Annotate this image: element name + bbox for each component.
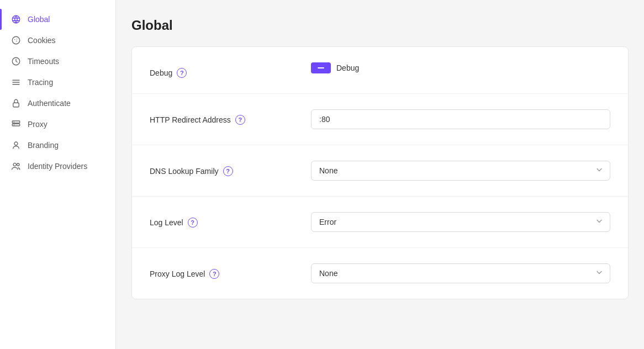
proxy-log-level-select-wrapper: None Error Debug Info Warn [311, 263, 610, 283]
checkbox-minus-icon [318, 67, 324, 69]
sidebar-item-label-cookies: Cookies [28, 36, 56, 45]
proxy-log-level-control: None Error Debug Info Warn [311, 263, 610, 283]
proxy-log-level-help-icon[interactable]: ? [209, 269, 219, 279]
svg-point-16 [17, 163, 20, 166]
user-icon [11, 161, 21, 171]
dns-lookup-control: None V4Only V6Only Auto [311, 161, 610, 181]
debug-label: Debug [150, 68, 172, 77]
log-level-label: Log Level [150, 218, 183, 227]
svg-point-4 [17, 39, 18, 40]
sidebar: Global Cookies Timeouts [0, 0, 116, 349]
http-redirect-row: HTTP Redirect Address ? [150, 109, 610, 129]
sidebar-item-proxy[interactable]: Proxy [0, 114, 115, 135]
proxy-log-level-row: Proxy Log Level ? None Error Debug Info … [150, 263, 610, 283]
debug-checkbox-area: Debug [311, 62, 610, 73]
dns-lookup-select[interactable]: None V4Only V6Only Auto [311, 161, 610, 181]
debug-control: Debug [311, 62, 610, 73]
svg-point-1 [12, 36, 20, 44]
debug-row: Debug ? Debug [150, 62, 610, 78]
log-level-select[interactable]: Error Debug Info Warn Fatal [311, 212, 610, 232]
svg-rect-11 [12, 124, 20, 126]
debug-label-area: Debug ? [150, 62, 293, 78]
sidebar-item-label-global: Global [28, 15, 50, 24]
sidebar-item-timeouts[interactable]: Timeouts [0, 51, 115, 72]
proxy-log-level-section: Proxy Log Level ? None Error Debug Info … [132, 248, 628, 299]
dns-lookup-row: DNS Lookup Family ? None V4Only V6Only A… [150, 161, 610, 181]
dns-lookup-select-wrapper: None V4Only V6Only Auto [311, 161, 610, 181]
dns-lookup-help-icon[interactable]: ? [223, 166, 233, 176]
http-redirect-input[interactable] [311, 109, 610, 129]
sidebar-item-global[interactable]: Global [0, 9, 115, 30]
main-content: Global Debug ? Debug [116, 0, 644, 349]
proxy-log-level-label: Proxy Log Level [150, 269, 205, 278]
log-level-label-area: Log Level ? [150, 212, 293, 228]
settings-card: Debug ? Debug HTTP Redirect Address [131, 46, 629, 299]
dns-lookup-label-area: DNS Lookup Family ? [150, 161, 293, 176]
clock-icon [11, 56, 21, 66]
log-level-section: Log Level ? Error Debug Info Warn Fatal [132, 197, 628, 248]
svg-point-12 [14, 121, 15, 123]
dns-lookup-section: DNS Lookup Family ? None V4Only V6Only A… [132, 145, 628, 197]
log-level-control: Error Debug Info Warn Fatal [311, 212, 610, 232]
sidebar-item-label-identity-providers: Identity Providers [28, 162, 87, 171]
page-title: Global [131, 18, 629, 33]
debug-checkbox-label: Debug [336, 64, 359, 72]
sidebar-item-label-proxy: Proxy [28, 120, 47, 129]
branding-icon [11, 140, 21, 150]
log-level-help-icon[interactable]: ? [188, 218, 198, 228]
sidebar-item-label-authenticate: Authenticate [28, 99, 71, 108]
svg-point-14 [14, 142, 18, 145]
sidebar-item-tracing[interactable]: Tracing [0, 72, 115, 93]
sidebar-item-branding[interactable]: Branding [0, 135, 115, 156]
sidebar-item-authenticate[interactable]: Authenticate [0, 93, 115, 114]
proxy-log-level-label-area: Proxy Log Level ? [150, 263, 293, 279]
globe-icon [11, 14, 21, 24]
svg-point-0 [12, 15, 20, 23]
sidebar-item-label-timeouts: Timeouts [28, 57, 59, 66]
svg-rect-9 [13, 103, 19, 107]
debug-section: Debug ? Debug [132, 47, 628, 94]
http-redirect-section: HTTP Redirect Address ? [132, 94, 628, 145]
sidebar-item-identity-providers[interactable]: Identity Providers [0, 156, 115, 177]
debug-checkbox[interactable] [311, 62, 331, 73]
server-icon [11, 119, 21, 129]
sidebar-item-cookies[interactable]: Cookies [0, 30, 115, 51]
dns-lookup-label: DNS Lookup Family [150, 167, 219, 176]
http-redirect-label-area: HTTP Redirect Address ? [150, 109, 293, 125]
svg-point-13 [14, 124, 15, 125]
proxy-log-level-select[interactable]: None Error Debug Info Warn [311, 263, 610, 283]
http-redirect-label: HTTP Redirect Address [150, 115, 231, 124]
debug-help-icon[interactable]: ? [177, 68, 187, 78]
svg-point-3 [16, 41, 17, 42]
http-redirect-help-icon[interactable]: ? [235, 115, 245, 125]
log-level-select-wrapper: Error Debug Info Warn Fatal [311, 212, 610, 232]
svg-rect-10 [12, 121, 20, 123]
sidebar-item-label-branding: Branding [28, 141, 59, 150]
svg-point-2 [14, 39, 15, 40]
sidebar-item-label-tracing: Tracing [28, 78, 53, 87]
http-redirect-control [311, 109, 610, 129]
cookie-icon [11, 35, 21, 45]
list-icon [11, 77, 21, 87]
svg-point-15 [13, 163, 16, 166]
lock-icon [11, 98, 21, 108]
log-level-row: Log Level ? Error Debug Info Warn Fatal [150, 212, 610, 232]
